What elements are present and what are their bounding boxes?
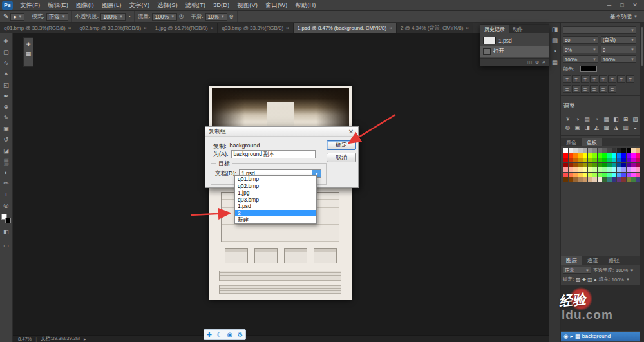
swatch[interactable]: [602, 173, 607, 177]
history-entry[interactable]: 1.psd: [480, 35, 549, 46]
dialog-close-icon[interactable]: ✕: [347, 128, 355, 135]
document-tab[interactable]: 1.jpg @ 66.7%(RGB/8)×: [151, 23, 218, 33]
swatch[interactable]: [573, 153, 578, 158]
swatch[interactable]: [564, 163, 568, 167]
swatch[interactable]: [573, 167, 578, 172]
swatch[interactable]: [621, 177, 626, 182]
swatch[interactable]: [631, 158, 636, 162]
adjustment-icon-9[interactable]: ▣: [573, 123, 582, 131]
swatch[interactable]: [602, 153, 607, 158]
align-button-3[interactable]: ≣: [590, 85, 598, 93]
collapsed-panel-icon-1[interactable]: ▤: [552, 37, 558, 44]
collapsed-panel-icon-2[interactable]: ◔: [553, 48, 556, 55]
swatch[interactable]: [617, 148, 621, 153]
swatch[interactable]: [588, 148, 592, 153]
menu-item[interactable]: 图层(L): [98, 1, 126, 10]
adjustment-icon-5[interactable]: ◧: [611, 115, 621, 123]
flow-dropdown[interactable]: 100%▼: [152, 13, 177, 21]
layers-panel-tab[interactable]: 路径: [603, 256, 625, 265]
dropdown-item[interactable]: q01.bmp: [235, 176, 316, 183]
brush-tool-icon[interactable]: ✎: [1, 112, 12, 123]
swatch[interactable]: [583, 173, 587, 177]
document-tab[interactable]: q01.bmp @ 33.3%(RGB/8)×: [0, 23, 75, 33]
swatch[interactable]: [564, 177, 568, 182]
swatch[interactable]: [569, 148, 573, 153]
text-style-button-2[interactable]: T: [581, 75, 589, 83]
close-button[interactable]: ✕: [629, 2, 641, 8]
tab-close-icon[interactable]: ×: [68, 25, 71, 31]
swatch[interactable]: [627, 158, 631, 162]
swatch[interactable]: [627, 167, 631, 172]
swatch[interactable]: [578, 163, 583, 167]
history-footer-icon-0[interactable]: ◫: [527, 59, 533, 65]
swatch[interactable]: [602, 148, 607, 153]
swatch[interactable]: [602, 158, 607, 162]
swatch[interactable]: [598, 163, 602, 167]
swatch[interactable]: [621, 167, 626, 172]
swatch[interactable]: [569, 167, 573, 172]
lasso-tool-icon[interactable]: ∿: [1, 57, 12, 68]
swatch[interactable]: [631, 177, 636, 182]
swatch[interactable]: [573, 163, 578, 167]
align-button-1[interactable]: ≣: [572, 85, 580, 93]
menu-item[interactable]: 滤镜(T): [182, 1, 209, 10]
swatch[interactable]: [612, 148, 616, 153]
dialog-titlebar[interactable]: 复制组 ✕: [205, 127, 358, 137]
swatch[interactable]: [607, 177, 612, 182]
swatch[interactable]: [578, 167, 583, 172]
swatch[interactable]: [573, 177, 578, 182]
swatch[interactable]: [578, 158, 583, 162]
mode-dropdown[interactable]: 正常▼: [46, 13, 68, 21]
minibar-icon-3[interactable]: ⚙: [237, 331, 243, 338]
swatch[interactable]: [612, 153, 616, 158]
eraser-tool-icon[interactable]: ◪: [1, 145, 12, 156]
swatch[interactable]: [592, 153, 597, 158]
dropdown-item[interactable]: q02.bmp: [235, 183, 316, 190]
leading-field[interactable]: (自动)▼: [601, 36, 636, 44]
swatch[interactable]: [631, 148, 636, 153]
spot-healing-tool-icon[interactable]: ⊕: [1, 101, 12, 112]
ok-button[interactable]: 确定: [327, 140, 356, 150]
swatch[interactable]: [583, 167, 587, 172]
align-button-0[interactable]: ≣: [563, 85, 571, 93]
adjustment-icon-8[interactable]: ◍: [563, 123, 573, 131]
adjustment-icon-13[interactable]: ◮: [611, 123, 621, 131]
tab-close-icon[interactable]: ×: [466, 25, 469, 31]
tracking-field[interactable]: 0▼: [601, 46, 636, 53]
cancel-button[interactable]: 取消: [327, 153, 356, 162]
swatch[interactable]: [631, 167, 636, 172]
dodge-tool-icon[interactable]: ◐: [1, 167, 12, 178]
swatch[interactable]: [602, 163, 607, 167]
text-color-chip[interactable]: [580, 66, 597, 72]
swatch[interactable]: [588, 158, 592, 162]
swatch[interactable]: [621, 163, 626, 167]
text-style-button-7[interactable]: T: [626, 75, 634, 83]
swatch[interactable]: [592, 163, 597, 167]
swatch[interactable]: [617, 167, 621, 172]
airbrush-icon[interactable]: ✇: [179, 14, 184, 20]
menu-item[interactable]: 编辑(E): [44, 1, 72, 10]
opacity-dropdown[interactable]: 100%▼: [100, 13, 126, 21]
swatch[interactable]: [607, 167, 612, 172]
minibar-icon-0[interactable]: ✚: [207, 331, 212, 338]
text-style-button-1[interactable]: T: [572, 75, 580, 83]
quick-mask-icon[interactable]: ◧: [1, 226, 12, 237]
swatch[interactable]: [592, 158, 597, 162]
swatch[interactable]: [569, 177, 573, 182]
swatch[interactable]: [583, 148, 587, 153]
menu-item[interactable]: 帮助(H): [291, 1, 319, 10]
swatch[interactable]: [578, 173, 583, 177]
adjustment-icon-2[interactable]: ▤: [582, 115, 592, 123]
swatch[interactable]: [631, 153, 636, 158]
align-button-5[interactable]: ≣: [608, 85, 616, 93]
history-footer-icon-2[interactable]: ✕: [542, 59, 546, 65]
text-style-button-4[interactable]: T: [599, 75, 607, 83]
swatch[interactable]: [598, 148, 602, 153]
gradient-tool-icon[interactable]: ▒: [1, 156, 12, 167]
swatch[interactable]: [631, 163, 636, 167]
swatch[interactable]: [627, 177, 631, 182]
swatch[interactable]: [598, 158, 602, 162]
font-size-field[interactable]: 60▼: [563, 36, 598, 44]
swatch[interactable]: [592, 173, 597, 177]
history-entry[interactable]: 打开: [480, 46, 549, 57]
